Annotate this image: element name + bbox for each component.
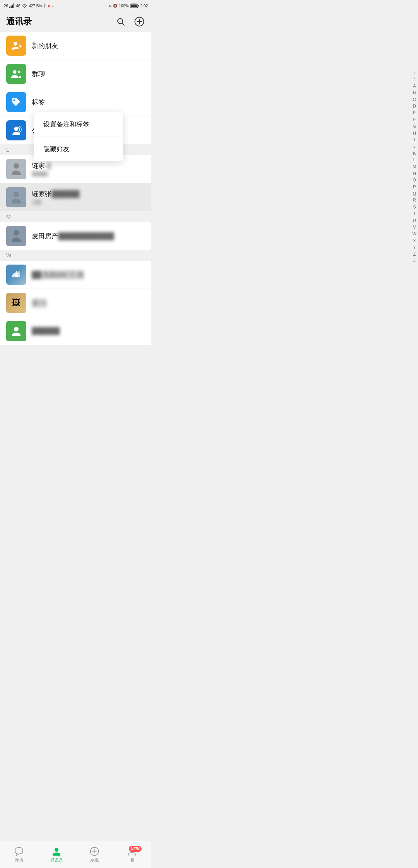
maitian-item[interactable]: 麦田房产 ████████████: [0, 222, 151, 250]
lianjia2-info: 链家张 ██████ ...21: [32, 190, 145, 205]
search-icon: [116, 17, 125, 26]
group-icon: [10, 68, 22, 80]
header-actions: [115, 16, 145, 27]
svg-point-22: [14, 191, 19, 197]
svg-point-23: [14, 230, 19, 236]
svg-point-24: [14, 327, 19, 331]
tag-icon: [10, 96, 22, 108]
section-m: M: [0, 211, 151, 222]
person-silhouette2: [10, 190, 22, 204]
svg-point-14: [14, 42, 17, 46]
svg-point-18: [18, 71, 21, 73]
svg-point-21: [14, 163, 19, 169]
carrier-text: 26: [4, 4, 8, 8]
group-chat-label: 群聊: [32, 70, 45, 79]
svg-rect-7: [131, 5, 137, 7]
lianjia1-sub: 10166..: [32, 171, 48, 177]
svg-point-19: [14, 99, 15, 101]
w3-item[interactable]: ██████: [0, 317, 151, 345]
lianjia2-name: 链家张 ██████: [32, 190, 145, 198]
tags-label: 标签: [32, 98, 45, 107]
svg-rect-2: [12, 5, 13, 8]
section-w-contacts: 🏙 ██ 凤凰MM 丁·凤 🖼 卓·一: [0, 261, 151, 345]
w2-name: 卓·一: [32, 299, 47, 308]
section-l-contacts: 链家-3 10166.. 链家张 ██████ ...21: [0, 155, 151, 211]
person-silhouette3: [10, 229, 22, 243]
section-w: W: [0, 250, 151, 261]
search-button[interactable]: [115, 16, 126, 27]
battery-text: 100%: [119, 4, 129, 8]
lianjia1-avatar: [6, 159, 26, 179]
section-l-label: L: [6, 147, 9, 153]
person-add-icon: [10, 40, 22, 51]
svg-line-10: [122, 23, 125, 26]
svg-point-20: [14, 127, 19, 131]
lianjia2-sub: ...21: [32, 199, 41, 205]
lianjia2-name-blur: ██████: [51, 190, 79, 198]
w1-item[interactable]: 🏙 ██ 凤凰MM 丁·凤: [0, 261, 151, 289]
w3-avatar: [6, 321, 26, 341]
w3-info: ██████: [32, 327, 145, 335]
lianjia1-name-blur: 3: [47, 162, 51, 170]
svg-rect-8: [138, 5, 139, 7]
mute-icon: 🔇: [113, 4, 117, 8]
w2-item[interactable]: 🖼 卓·一: [0, 289, 151, 317]
maitian-name: 麦田房产 ████████████: [32, 232, 145, 241]
hide-friend-item[interactable]: 隐藏好友: [34, 137, 123, 161]
notif-icon1: ▶: [48, 4, 51, 8]
maitian-info: 麦田房产 ████████████: [32, 232, 145, 241]
svg-rect-0: [9, 7, 10, 8]
svg-rect-1: [11, 6, 12, 9]
usb-icon: [43, 3, 47, 8]
group-chat-item[interactable]: 群聊: [0, 60, 151, 88]
battery-icon: [130, 3, 139, 8]
lianjia1-info: 链家-3 10166..: [32, 161, 145, 177]
signal-icon: [9, 3, 15, 8]
svg-rect-3: [14, 3, 15, 8]
w1-name: ██ 凤凰MM 丁·凤: [32, 270, 84, 279]
network-type: 46: [16, 4, 20, 8]
lianjia2-avatar: [6, 187, 26, 207]
status-right: N 🔇 100% 2:02: [109, 3, 148, 8]
nfc-icon: N: [109, 4, 111, 8]
add-icon: [134, 17, 144, 27]
w3-name: ██████: [32, 327, 60, 335]
w2-info: 卓·一: [32, 299, 145, 308]
maitian-avatar: [6, 226, 26, 246]
speed-text: 427 B/s: [29, 4, 42, 8]
new-friends-icon: [6, 36, 26, 56]
add-button[interactable]: [134, 16, 145, 27]
w2-avatar: 🖼: [6, 293, 26, 313]
section-m-contacts: 麦田房产 ████████████: [0, 222, 151, 250]
new-friends-item[interactable]: 新的朋友: [0, 32, 151, 60]
tags-icon: [6, 92, 26, 112]
notif-icon2: ♪: [52, 4, 54, 8]
w3-icon: [11, 326, 22, 337]
header: 通讯录: [0, 12, 151, 32]
section-m-label: M: [6, 214, 11, 220]
lianjia1-name: 链家-3: [32, 161, 145, 170]
person-silhouette: [10, 162, 22, 176]
public-icon: [10, 125, 22, 136]
time-text: 2:02: [140, 4, 148, 8]
public-account-icon: [6, 120, 26, 140]
wifi-icon: [21, 3, 27, 8]
lianjia2-item[interactable]: 链家张 ██████ ...21: [0, 183, 151, 211]
status-left: 26 46 427 B/s ▶ ♪: [4, 3, 54, 8]
new-friends-label: 新的朋友: [32, 41, 58, 50]
status-bar: 26 46 427 B/s ▶ ♪ N 🔇 100% 2:02: [0, 0, 151, 12]
group-chat-icon: [6, 64, 26, 84]
section-w-label: W: [6, 252, 11, 258]
svg-point-17: [13, 70, 17, 74]
w1-avatar: 🏙: [6, 265, 26, 285]
page-title: 通讯录: [6, 16, 32, 27]
context-menu: 设置备注和标签 隐藏好友: [34, 112, 123, 161]
maitian-name-blur: ████████████: [58, 232, 114, 240]
contact-list: 新的朋友 群聊 标签: [0, 32, 151, 376]
set-remark-item[interactable]: 设置备注和标签: [34, 112, 123, 137]
w1-info: ██ 凤凰MM 丁·凤: [32, 270, 145, 279]
